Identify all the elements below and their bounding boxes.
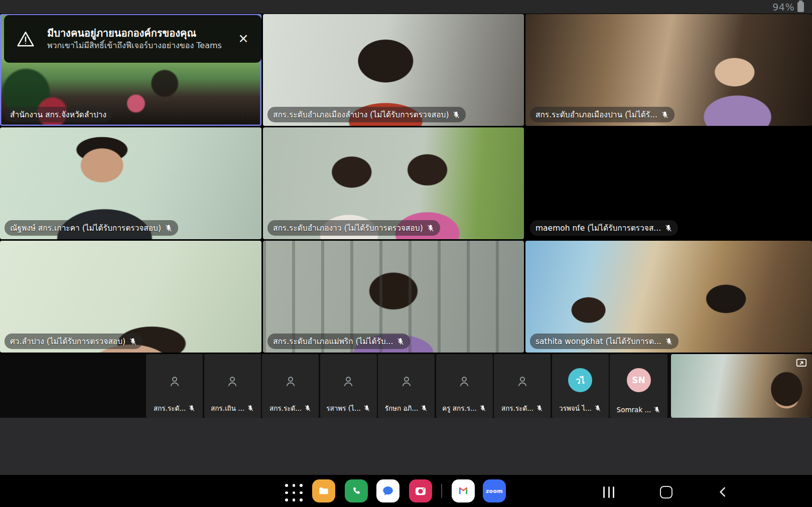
folder-icon <box>317 484 330 497</box>
battery-icon <box>797 2 804 12</box>
notification-title: มีบางคนอยู่ภายนอกองค์กรของคุณ <box>47 27 229 40</box>
mic-muted-icon <box>452 111 460 119</box>
participant-label: Somrak ... <box>617 406 661 414</box>
recents-bar <box>613 486 614 498</box>
participant-label: สกร.ระดั... <box>501 403 543 414</box>
mic-muted-icon <box>396 337 404 346</box>
avatar: SN <box>627 368 651 392</box>
video-tile[interactable]: สกร.ระดับอำเภองาว (ไม่ได้รับการตรวจสอบ) <box>263 127 524 239</box>
back-chevron-icon <box>716 485 729 498</box>
mic-muted-icon <box>129 337 137 346</box>
recents-bar <box>603 486 605 498</box>
participant-label: สำนักงาน สกร.จังหวัดลำปาง <box>5 107 112 122</box>
gmail-app-icon[interactable]: 1 <box>452 479 475 502</box>
mic-muted-icon <box>427 224 435 232</box>
participant-label: สกร.ระดับอำเภอแม่พริก (ไม่ได้รับ... <box>267 333 410 349</box>
chat-bubble-icon <box>381 484 395 498</box>
messages-app-icon[interactable] <box>376 479 399 502</box>
audio-tile[interactable]: สกร.ระดั... <box>262 354 319 418</box>
mic-muted-icon <box>247 405 254 412</box>
person-icon <box>457 374 472 389</box>
recents-bar <box>608 486 610 498</box>
participant-label: วรพจน์ ไ... <box>559 403 601 414</box>
mic-muted-icon <box>594 405 601 412</box>
audio-tile[interactable]: สกร.ระดั... <box>146 354 203 418</box>
avatar: วไ <box>568 368 592 392</box>
share-to-device-icon <box>795 357 808 370</box>
participant-label: รสาพร (ไ... <box>326 403 370 414</box>
mic-muted-icon <box>479 405 486 412</box>
mic-muted-icon <box>665 337 673 346</box>
mic-muted-icon <box>363 405 370 412</box>
mic-muted-icon <box>304 405 311 412</box>
call-control-bar <box>0 418 812 475</box>
video-tile[interactable]: sathita wongkhat (ไม่ได้รับการต... <box>525 241 812 353</box>
participant-label: ศว.ลำปาง (ไม่ได้รับการตรวจสอบ) <box>5 333 143 349</box>
video-tile[interactable]: สกร.ระดับอำเภอแม่พริก (ไม่ได้รับ... <box>263 241 524 353</box>
mic-muted-icon <box>165 224 173 232</box>
zoom-app-icon[interactable]: zoom <box>483 479 506 502</box>
participant-label: รักษก อภิ... <box>385 403 428 414</box>
audio-tile[interactable]: สกร.ระดั... <box>494 354 551 418</box>
my-files-app-icon[interactable] <box>312 479 335 502</box>
audio-tile[interactable]: ครู สกร.ร... <box>436 354 493 418</box>
back-button[interactable] <box>709 482 736 502</box>
mic-muted-icon <box>664 224 672 232</box>
participant-label: ณัฐพงษ์ สกร.เกาะคา (ไม่ได้รับการตรวจสอบ) <box>5 220 178 236</box>
audio-strip: สกร.ระดั... สกร.เถิน ... สกร.ระดั... รสา… <box>0 354 812 418</box>
camera-app-icon[interactable] <box>409 479 432 502</box>
participant-label: สกร.เถิน ... <box>211 403 254 414</box>
participant-label: สกร.ระดับอำเภอเมืองลำปาง (ไม่ได้รับการตร… <box>267 107 466 122</box>
person-icon <box>283 374 298 389</box>
phone-app-icon[interactable] <box>345 479 368 502</box>
audio-tile[interactable]: SN Somrak ... <box>610 354 667 418</box>
home-icon <box>660 486 672 498</box>
participant-label: สกร.ระดั... <box>269 403 311 414</box>
battery-percent: 94% <box>772 2 794 13</box>
mic-muted-icon <box>188 405 195 412</box>
person-icon <box>167 374 182 389</box>
gmail-m-icon <box>457 484 470 497</box>
app-drawer-button[interactable] <box>285 483 303 502</box>
person-icon <box>515 374 530 389</box>
mic-muted-icon <box>536 405 543 412</box>
audio-tile[interactable]: วไ วรพจน์ ไ... <box>552 354 609 418</box>
person-icon <box>225 374 240 389</box>
video-tile[interactable]: สกร.ระดับอำเภอเมืองลำปาง (ไม่ได้รับการตร… <box>263 14 524 126</box>
participant-label: ครู สกร.ร... <box>442 403 486 414</box>
participant-label: maemoh nfe (ไม่ได้รับการตรวจส... <box>530 220 678 236</box>
video-tile[interactable]: ศว.ลำปาง (ไม่ได้รับการตรวจสอบ) <box>0 241 261 353</box>
recents-button[interactable] <box>595 482 622 502</box>
mic-muted-icon <box>661 111 669 119</box>
video-tile[interactable]: ณัฐพงษ์ สกร.เกาะคา (ไม่ได้รับการตรวจสอบ) <box>0 127 261 239</box>
teams-meeting-screen: 94% สำนักงาน สกร.จังหวัดลำปาง สกร.ระดับอ… <box>0 0 812 507</box>
participant-label: สกร.ระดั... <box>154 403 195 414</box>
camera-lens-icon <box>414 484 428 498</box>
close-icon[interactable]: ✕ <box>234 30 252 48</box>
participant-label: sathita wongkhat (ไม่ได้รับการต... <box>530 333 679 349</box>
self-view-tile[interactable] <box>671 354 812 418</box>
video-tile[interactable]: สกร.ระดับอำเภอเมืองปาน (ไม่ได้รั... <box>525 14 812 126</box>
audio-tile[interactable]: รสาพร (ไ... <box>320 354 377 418</box>
notification-subtitle: พวกเขาไม่มีสิทธิ์เข้าถึงฟีเจอร์บางอย่างข… <box>47 40 229 51</box>
participant-label: สกร.ระดับอำเภอเมืองปาน (ไม่ได้รั... <box>530 107 674 122</box>
person-icon <box>341 374 356 389</box>
external-users-notification: มีบางคนอยู่ภายนอกองค์กรของคุณ พวกเขาไม่ม… <box>4 15 261 63</box>
notification-text: มีบางคนอยู่ภายนอกองค์กรของคุณ พวกเขาไม่ม… <box>47 27 229 51</box>
status-bar: 94% <box>0 0 812 14</box>
video-tile[interactable]: maemoh nfe (ไม่ได้รับการตรวจส... <box>525 127 812 239</box>
dock-divider <box>441 484 442 498</box>
audio-tile[interactable]: สกร.เถิน ... <box>204 354 261 418</box>
mic-muted-icon <box>421 405 428 412</box>
audio-tile[interactable]: รักษก อภิ... <box>378 354 435 418</box>
android-dock: 1 zoom <box>0 475 812 507</box>
phone-icon <box>350 485 362 497</box>
mic-muted-icon <box>653 406 660 413</box>
participant-label: สกร.ระดับอำเภองาว (ไม่ได้รับการตรวจสอบ) <box>267 220 440 236</box>
person-icon <box>399 374 414 389</box>
warning-triangle-icon <box>15 29 36 50</box>
home-button[interactable] <box>652 482 680 502</box>
